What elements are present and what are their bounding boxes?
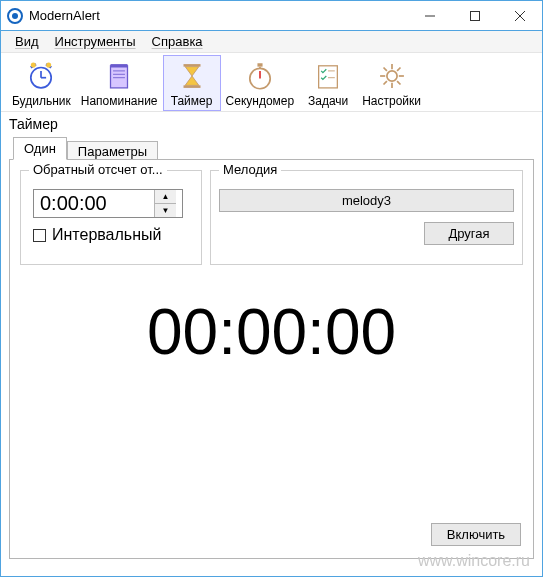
window-controls <box>407 1 542 30</box>
svg-point-7 <box>31 62 36 67</box>
toolbar-tasks[interactable]: Задачи <box>299 55 357 111</box>
app-icon <box>7 8 23 24</box>
title-bar: ModernAlert <box>1 1 542 31</box>
close-button[interactable] <box>497 1 542 30</box>
tab-single[interactable]: Один <box>13 137 67 160</box>
toolbar-timer[interactable]: Таймер <box>163 55 221 111</box>
melody-select-button[interactable]: melody3 <box>219 189 514 212</box>
countdown-group: Обратный отсчет от... ▲ ▼ Интервальный <box>20 170 202 265</box>
checkbox-box-icon <box>33 229 46 242</box>
svg-rect-1 <box>470 11 479 20</box>
toolbar-settings-label: Настройки <box>362 94 421 108</box>
countdown-legend: Обратный отсчет от... <box>29 162 167 177</box>
interval-checkbox-label: Интервальный <box>52 226 161 244</box>
svg-point-8 <box>46 62 51 67</box>
svg-rect-9 <box>111 66 128 88</box>
stopwatch-icon <box>242 58 278 94</box>
checklist-icon <box>310 58 346 94</box>
svg-rect-18 <box>257 63 262 66</box>
gear-icon <box>374 58 410 94</box>
toolbar-alarm-label: Будильник <box>12 94 71 108</box>
tab-strip: Один Параметры <box>1 136 542 159</box>
svg-line-28 <box>383 68 386 71</box>
window-title: ModernAlert <box>29 8 100 23</box>
countdown-time-spinner[interactable]: ▲ ▼ <box>33 189 183 218</box>
toolbar-alarm[interactable]: Будильник <box>7 55 76 111</box>
section-title: Таймер <box>1 112 542 134</box>
melody-group: Мелодия melody3 Другая <box>210 170 523 265</box>
svg-point-23 <box>386 71 396 81</box>
menu-help[interactable]: Справка <box>144 32 211 51</box>
menu-bar: Вид Инструменты Справка <box>1 31 542 53</box>
alarm-clock-icon <box>23 58 59 94</box>
melody-other-button[interactable]: Другая <box>424 222 514 245</box>
timer-display: 00:00:00 <box>20 295 523 369</box>
tab-params[interactable]: Параметры <box>67 141 158 161</box>
menu-tools[interactable]: Инструменты <box>47 32 144 51</box>
countdown-time-input[interactable] <box>34 190 154 217</box>
interval-checkbox[interactable]: Интервальный <box>33 226 193 244</box>
toolbar: Будильник Напоминание Таймер Секундомер … <box>1 53 542 112</box>
tab-panel: Обратный отсчет от... ▲ ▼ Интервальный М… <box>9 159 534 559</box>
melody-legend: Мелодия <box>219 162 281 177</box>
maximize-button[interactable] <box>452 1 497 30</box>
watermark: www.wincore.ru <box>418 552 530 570</box>
start-button[interactable]: Включить <box>431 523 521 546</box>
svg-rect-20 <box>319 66 338 88</box>
menu-view[interactable]: Вид <box>7 32 47 51</box>
toolbar-reminder-label: Напоминание <box>81 94 158 108</box>
minimize-button[interactable] <box>407 1 452 30</box>
svg-line-31 <box>383 81 386 84</box>
toolbar-reminder[interactable]: Напоминание <box>76 55 163 111</box>
svg-line-29 <box>397 81 400 84</box>
hourglass-icon <box>174 58 210 94</box>
notepad-icon <box>101 58 137 94</box>
toolbar-timer-label: Таймер <box>171 94 213 108</box>
spin-up-button[interactable]: ▲ <box>155 190 176 204</box>
toolbar-settings[interactable]: Настройки <box>357 55 426 111</box>
toolbar-tasks-label: Задачи <box>308 94 348 108</box>
toolbar-stopwatch-label: Секундомер <box>226 94 295 108</box>
spin-down-button[interactable]: ▼ <box>155 204 176 217</box>
svg-rect-13 <box>111 64 128 67</box>
svg-line-30 <box>397 68 400 71</box>
toolbar-stopwatch[interactable]: Секундомер <box>221 55 300 111</box>
